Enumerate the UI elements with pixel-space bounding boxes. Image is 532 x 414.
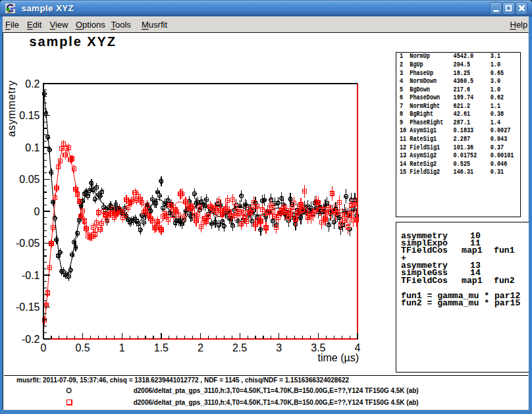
svg-text:2: 2 xyxy=(198,342,203,353)
svg-text:0.1: 0.1 xyxy=(25,142,40,153)
svg-text:time (µs): time (µs) xyxy=(317,352,359,363)
svg-text:2.5: 2.5 xyxy=(232,342,247,353)
svg-text:0.5: 0.5 xyxy=(75,342,90,353)
svg-text:1: 1 xyxy=(119,342,125,353)
svg-text:0.15: 0.15 xyxy=(19,110,40,121)
svg-text:0.05: 0.05 xyxy=(19,174,40,185)
svg-text:asymmetry: asymmetry xyxy=(6,80,17,137)
svg-text:-0.05: -0.05 xyxy=(16,238,40,249)
svg-text:0.2: 0.2 xyxy=(25,78,40,90)
svg-text:-0.2: -0.2 xyxy=(22,334,40,345)
svg-text:3.5: 3.5 xyxy=(311,342,325,353)
svg-text:1.5: 1.5 xyxy=(154,342,169,353)
svg-text:0: 0 xyxy=(34,206,40,217)
svg-text:0: 0 xyxy=(41,342,47,353)
svg-text:3: 3 xyxy=(276,342,282,353)
svg-text:4: 4 xyxy=(355,342,361,353)
svg-text:-0.15: -0.15 xyxy=(16,301,40,313)
svg-text:-0.1: -0.1 xyxy=(22,270,40,281)
